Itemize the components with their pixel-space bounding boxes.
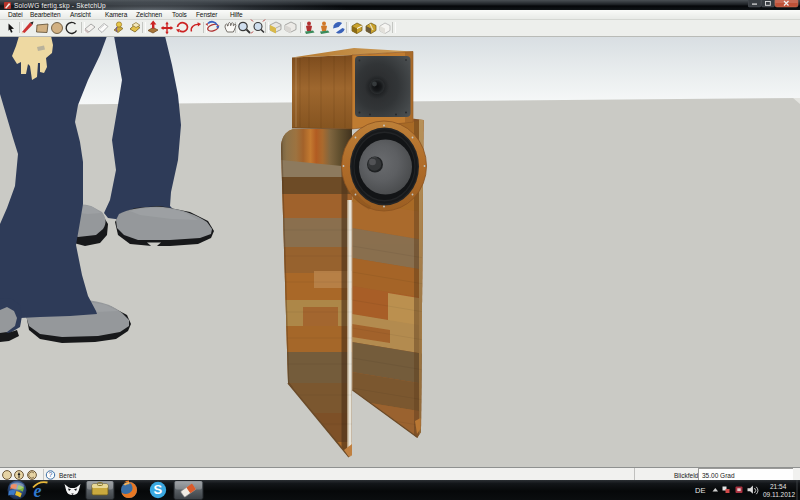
- svg-text:09.11.2012: 09.11.2012: [763, 491, 795, 498]
- svg-text:?: ?: [49, 471, 53, 478]
- svg-text:S: S: [154, 482, 163, 497]
- svg-text:DE: DE: [695, 486, 705, 495]
- svg-text:21:54: 21:54: [770, 483, 787, 490]
